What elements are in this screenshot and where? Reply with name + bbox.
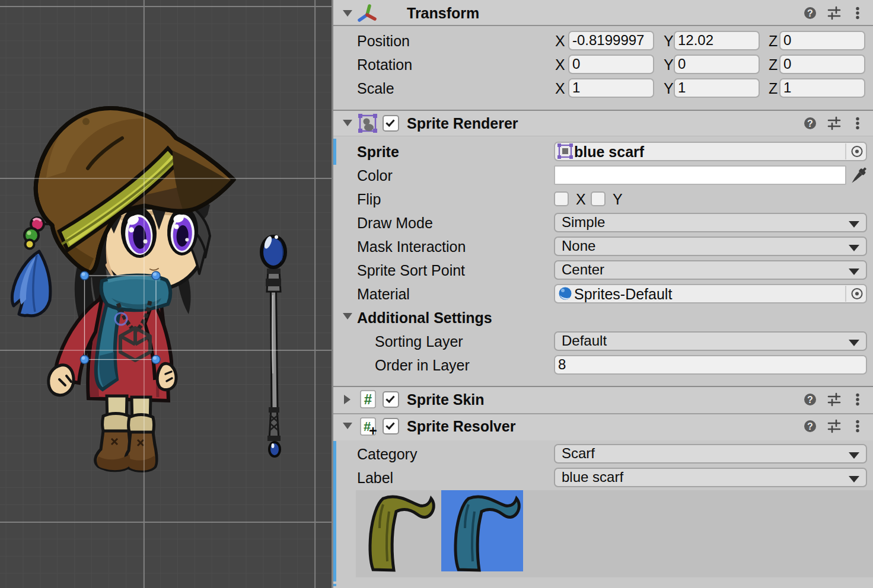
svg-text:?: ? <box>807 119 813 129</box>
svg-text:?: ? <box>807 8 813 18</box>
svg-text:?: ? <box>807 395 813 405</box>
svg-text:#: # <box>364 391 372 407</box>
svg-text:?: ? <box>807 421 813 432</box>
svg-text:+: + <box>369 423 377 439</box>
